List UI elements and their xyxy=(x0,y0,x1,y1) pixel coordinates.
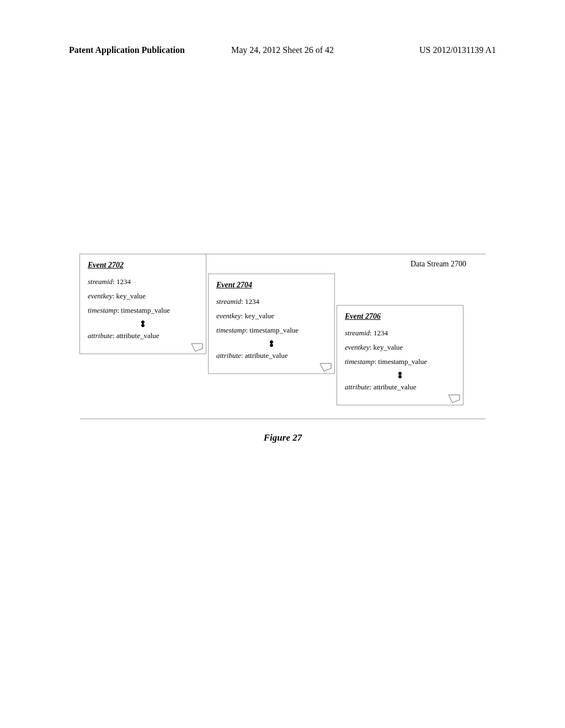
eventkey-value: key_value xyxy=(374,343,403,351)
event-title: Event 2706 xyxy=(345,312,455,321)
eventkey-label: eventkey xyxy=(88,292,113,300)
event-timestamp-row: timestamp: timestamp_value xyxy=(216,326,327,335)
eventkey-value: key_value xyxy=(245,312,274,320)
event-attribute-row: attribute: attribute_value xyxy=(88,331,198,340)
eventkey-label: eventkey xyxy=(216,312,241,320)
event-eventkey-row: eventkey: key_value xyxy=(216,312,327,320)
event-timestamp-row: timestamp: timestamp_value xyxy=(345,357,455,366)
event-title: Event 2702 xyxy=(88,261,198,270)
streamid-label: streamid xyxy=(88,277,113,286)
timestamp-value: timestamp_value xyxy=(249,326,299,334)
data-stream-box: Data Stream 2700 Event 2702 streamid: 12… xyxy=(80,254,486,419)
event-streamid-row: streamid: 1234 xyxy=(88,277,198,286)
event-box-2702: Event 2702 streamid: 1234 eventkey: key_… xyxy=(79,254,206,354)
attribute-label: attribute xyxy=(88,331,113,340)
timestamp-label: timestamp xyxy=(345,357,374,366)
streamid-label: streamid xyxy=(216,297,241,306)
event-timestamp-row: timestamp: timestamp_value xyxy=(88,306,198,315)
eventkey-value: key_value xyxy=(116,292,146,300)
ellipsis-icon: ●● xyxy=(345,372,455,378)
timestamp-value: timestamp_value xyxy=(378,357,427,366)
attribute-label: attribute xyxy=(345,383,370,391)
header-patent-number: US 2012/0131139 A1 xyxy=(419,45,496,55)
event-streamid-row: streamid: 1234 xyxy=(345,329,455,338)
diagram-container: Data Stream 2700 Event 2702 streamid: 12… xyxy=(80,254,486,443)
streamid-value: 1234 xyxy=(245,297,259,306)
event-box-2706: Event 2706 streamid: 1234 eventkey: key_… xyxy=(337,305,463,405)
eventkey-label: eventkey xyxy=(345,343,370,351)
attribute-value: attribute_value xyxy=(116,331,159,340)
streamid-label: streamid xyxy=(345,329,370,337)
timestamp-value: timestamp_value xyxy=(121,306,170,314)
timestamp-label: timestamp xyxy=(216,326,246,334)
callout-icon xyxy=(319,363,332,372)
callout-icon xyxy=(191,343,203,352)
event-streamid-row: streamid: 1234 xyxy=(216,297,327,306)
streamid-value: 1234 xyxy=(374,329,388,337)
event-title: Event 2704 xyxy=(216,281,327,290)
attribute-value: attribute_value xyxy=(374,383,417,391)
event-attribute-row: attribute: attribute_value xyxy=(216,351,327,360)
ellipsis-icon: ●● xyxy=(216,340,327,347)
streamid-value: 1234 xyxy=(116,277,131,286)
event-box-2704: Event 2704 streamid: 1234 eventkey: key_… xyxy=(208,274,335,374)
header-publication-label: Patent Application Publication xyxy=(69,45,185,55)
event-attribute-row: attribute: attribute_value xyxy=(345,383,455,392)
attribute-label: attribute xyxy=(216,351,241,360)
header-date-sheet: May 24, 2012 Sheet 26 of 42 xyxy=(231,45,334,55)
attribute-value: attribute_value xyxy=(245,351,288,360)
page-header: Patent Application Publication May 24, 2… xyxy=(0,45,565,55)
event-eventkey-row: eventkey: key_value xyxy=(88,292,198,301)
timestamp-label: timestamp xyxy=(88,306,117,314)
ellipsis-icon: ●● xyxy=(88,320,198,327)
figure-caption: Figure 27 xyxy=(80,432,486,443)
callout-icon xyxy=(448,394,460,403)
data-stream-label: Data Stream 2700 xyxy=(411,260,466,269)
event-eventkey-row: eventkey: key_value xyxy=(345,343,455,352)
